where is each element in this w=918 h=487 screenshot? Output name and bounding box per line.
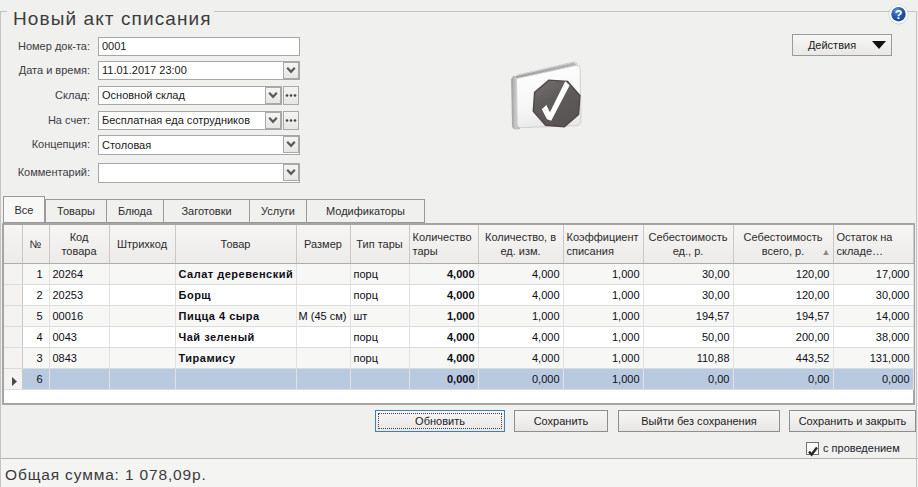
svg-text:?: ? (895, 8, 903, 22)
